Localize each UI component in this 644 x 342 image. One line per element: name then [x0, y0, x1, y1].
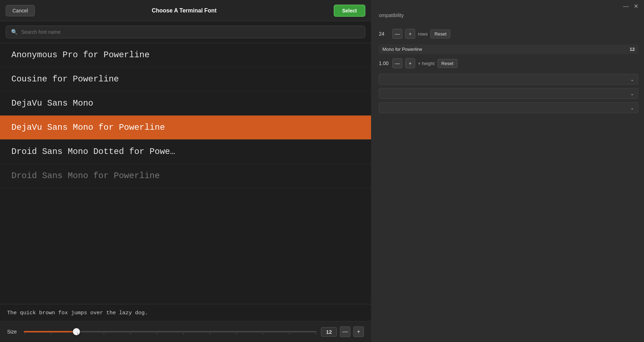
slider-track — [24, 331, 317, 332]
font-list: Anonymous Pro for PowerlineCousine for P… — [0, 43, 371, 304]
line-height-value: 1.00 — [379, 60, 390, 66]
size-decrease-button[interactable]: — — [340, 326, 350, 337]
font-list-item[interactable]: Anonymous Pro for Powerline — [0, 43, 371, 67]
cancel-button[interactable]: Cancel — [6, 5, 35, 16]
font-picker-dialog: Cancel Choose A Terminal Font Select 🔍 A… — [0, 0, 371, 342]
tick — [263, 333, 263, 335]
slider-ticks — [24, 333, 317, 335]
right-panel-title: ompatibility — [379, 7, 638, 18]
tick — [51, 333, 51, 335]
tick — [25, 333, 25, 335]
tick — [236, 333, 237, 335]
rows-setting-row: 24 — + rows Reset — [379, 29, 638, 39]
tick — [130, 333, 131, 335]
font-size-display: 12 — [630, 47, 635, 52]
tick — [316, 333, 316, 335]
tick — [289, 333, 290, 335]
line-height-reset-button[interactable]: Reset — [438, 59, 457, 68]
search-icon: 🔍 — [11, 29, 18, 35]
line-height-row: 1.00 — + × height Reset — [379, 58, 638, 68]
font-list-item[interactable]: Cousine for Powerline — [0, 67, 371, 91]
size-slider[interactable] — [24, 328, 317, 335]
line-height-label: × height — [418, 61, 435, 66]
search-bar: 🔍 — [0, 21, 371, 43]
font-list-item[interactable]: DejaVu Sans Mono for Powerline — [0, 116, 371, 140]
rows-reset-button[interactable]: Reset — [430, 30, 450, 38]
dropdown-row-2[interactable]: ⌄ — [379, 88, 638, 99]
chevron-down-icon-2: ⌄ — [630, 91, 634, 96]
tick — [157, 333, 157, 335]
select-button[interactable]: Select — [334, 5, 365, 17]
dialog-header: Cancel Choose A Terminal Font Select — [0, 0, 371, 21]
chevron-down-icon-1: ⌄ — [630, 76, 634, 82]
font-list-item[interactable]: Droid Sans Mono Dotted for Powe… — [0, 140, 371, 164]
size-input-wrap: 12 — + — [321, 326, 364, 337]
close-button[interactable]: ✕ — [634, 4, 638, 9]
preview-text: The quick brown fox jumps over the lazy … — [7, 310, 148, 316]
dropdown-row-1[interactable]: ⌄ — [379, 74, 638, 85]
font-name-display: Mono for Powerline — [382, 47, 422, 52]
minimize-button[interactable]: — — [623, 4, 629, 9]
font-list-item[interactable]: DejaVu Sans Mono — [0, 91, 371, 116]
dialog-title: Choose A Terminal Font — [35, 7, 334, 14]
window-controls: — ✕ — [623, 4, 638, 9]
rows-decrease-button[interactable]: — — [392, 29, 402, 39]
size-label: Size — [7, 329, 20, 335]
tick — [183, 333, 184, 335]
size-value-display: 12 — [321, 327, 337, 337]
search-input-wrap: 🔍 — [6, 26, 365, 38]
tick — [210, 333, 210, 335]
rows-increase-button[interactable]: + — [405, 29, 415, 39]
dropdown-row-3[interactable]: ⌄ — [379, 102, 638, 113]
rows-label: rows — [418, 31, 428, 37]
preview-area: The quick brown fox jumps over the lazy … — [0, 304, 371, 321]
right-settings-panel: ompatibility — ✕ 24 — + rows Reset Mono … — [373, 0, 644, 342]
tick — [77, 333, 78, 335]
rows-value: 24 — [379, 31, 390, 37]
search-input[interactable] — [21, 29, 360, 35]
size-increase-button[interactable]: + — [353, 326, 364, 337]
chevron-down-icon-3: ⌄ — [630, 105, 634, 111]
font-display-row: Mono for Powerline 12 — [379, 44, 638, 54]
tick — [104, 333, 104, 335]
line-height-decrease-button[interactable]: — — [392, 58, 402, 68]
size-row: Size — [0, 321, 371, 342]
font-list-item[interactable]: Droid Sans Mono for Powerline — [0, 164, 371, 188]
slider-fill — [24, 331, 76, 332]
line-height-increase-button[interactable]: + — [405, 58, 415, 68]
